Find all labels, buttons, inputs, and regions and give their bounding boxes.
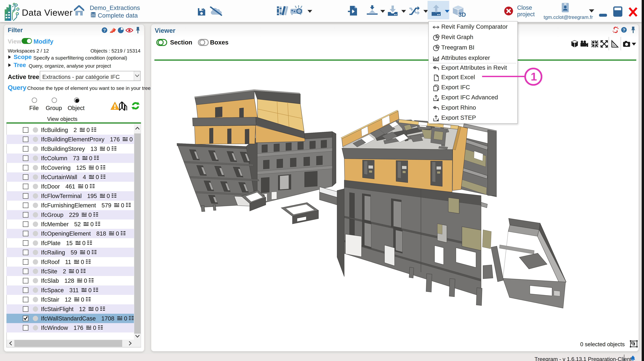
svg-text:1: 1 <box>531 70 537 83</box>
svg-text:3D: 3D <box>458 12 466 17</box>
svg-text:?: ? <box>623 28 625 32</box>
svg-text:?: ? <box>103 28 106 33</box>
